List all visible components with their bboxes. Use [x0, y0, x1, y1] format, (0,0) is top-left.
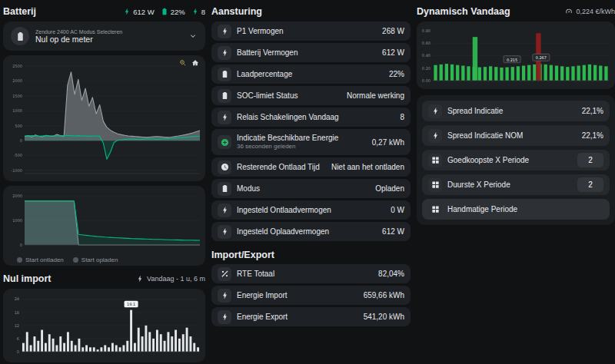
row-label: Energie Export [237, 313, 358, 321]
legend-label: Start ontladen [25, 256, 64, 263]
dynamisch-rows-card: Spread Indicatie22,1% Spread Indicatie N… [417, 95, 615, 225]
row-soc-limiet[interactable]: SOC-limiet StatusNormale werking [211, 86, 411, 105]
row-rte-totaal[interactable]: RTE Totaal82,04% [211, 264, 411, 283]
nul-import-header: Nul import Vandaag - 1 u, 6 m [3, 272, 205, 286]
row-energie-import[interactable]: Energie Import659,66 kWh [211, 286, 411, 305]
row-modus[interactable]: ModusOpladen [211, 179, 411, 198]
flash-icon [218, 111, 231, 124]
legend-start-opladen[interactable]: Start opladen [73, 256, 118, 263]
row-laadpercentage[interactable]: Laadpercentage22% [211, 65, 411, 84]
row-batterij-vermogen[interactable]: Batterij Vermogen612 W [211, 43, 411, 62]
svg-text:-1000: -1000 [11, 168, 22, 173]
aansturing-title: Aansturing [211, 6, 262, 17]
row-energie-export[interactable]: Energie Export541,20 kWh [211, 307, 411, 326]
stat-value: 22% [171, 8, 185, 16]
row-ingesteld-oplaad[interactable]: Ingesteld Oplaadvermogen612 W [211, 222, 411, 241]
battery-power-chart[interactable]: 25002000150010005000-500-1000 [5, 57, 204, 180]
row-label: Energie Import [237, 291, 358, 299]
row-spread-indicatie-nom[interactable]: Spread Indicatie NOM22,1% [422, 125, 610, 146]
row-value: 82,04% [378, 270, 404, 278]
legend-dot [73, 257, 78, 263]
flash-icon [136, 275, 144, 283]
price-chart[interactable]: 0.800.600.400.200.000.2150.267 [419, 24, 613, 87]
zoom-in-icon[interactable] [179, 59, 187, 67]
row-value: 659,66 kWh [364, 291, 404, 299]
row-label: Batterij Vermogen [237, 48, 377, 57]
legend-label: Start opladen [81, 256, 118, 263]
chevron-down-icon[interactable] [188, 31, 198, 41]
row-relais-schakelingen[interactable]: Relais Schakelingen Vandaag8 [211, 108, 411, 127]
row-goedkoopste-periode[interactable]: Goedkoopste X Periode [422, 150, 610, 170]
battery-icon [218, 182, 231, 196]
svg-text:500: 500 [15, 124, 22, 128]
row-label: Duurste X Periode [447, 180, 572, 189]
row-value: 22,1% [582, 131, 603, 140]
nul-import-subtitle-wrap: Vandaag - 1 u, 6 m [136, 275, 205, 283]
row-label: Handmatige Periode [447, 205, 603, 213]
svg-text:0.40: 0.40 [422, 53, 430, 58]
row-spread-indicatie[interactable]: Spread Indicatie22,1% [422, 101, 610, 121]
battery-power-chart-card: 25002000150010005000-500-1000 [3, 55, 205, 181]
row-label: Resterende Ontlaad Tijd [237, 163, 326, 171]
row-duurste-periode[interactable]: Duurste X Periode [422, 174, 610, 195]
relay-count-stat[interactable]: 8 [191, 8, 205, 16]
goedkoopste-periode-input[interactable] [577, 153, 603, 167]
row-value: Opladen [375, 184, 404, 193]
grid-icon [428, 154, 442, 167]
flash-icon [218, 25, 231, 38]
svg-text:0.267: 0.267 [536, 55, 547, 60]
chart-toolbar [179, 59, 199, 67]
svg-text:2000: 2000 [12, 194, 22, 198]
dynamic-price-column: Dynamisch Vandaag 0,224 €/kWh 0.800.600.… [417, 3, 615, 362]
battery-soc-stat[interactable]: 22% [161, 8, 185, 16]
svg-text:2000: 2000 [12, 78, 22, 83]
svg-text:1000: 1000 [12, 108, 22, 113]
battery-power-stat[interactable]: 612 W [123, 8, 154, 16]
setpoint-chart-card: 200010000 Start ontladen Start opladen [3, 186, 205, 266]
mode-select-text: Zendure 2400 AC Modus Selecteren Nul op … [35, 29, 182, 44]
svg-text:6: 6 [17, 336, 19, 341]
mode-select[interactable]: Zendure 2400 AC Modus Selecteren Nul op … [3, 22, 205, 51]
battery-icon [218, 89, 231, 103]
row-label: Ingesteld Oplaadvermogen [237, 227, 377, 236]
stat-value: 8 [201, 8, 205, 16]
row-value: 0,27 kWh [372, 138, 404, 147]
import-export-rows: RTE Totaal82,04% Energie Import659,66 kW… [211, 264, 411, 326]
row-value: 8 [400, 113, 404, 121]
row-value: Niet aan het ontladen [331, 163, 404, 171]
grid-icon [428, 178, 442, 192]
control-column: Aansturing P1 Vermogen268 W Batterij Ver… [211, 3, 411, 362]
duurste-periode-input[interactable] [577, 177, 603, 192]
battery-header: Batterij 612 W 22% 8 [3, 5, 205, 18]
flash-icon [218, 225, 231, 239]
dashboard: Batterij 612 W 22% 8 Zendure 2400 AC Mod… [0, 0, 615, 362]
svg-text:12: 12 [15, 323, 19, 328]
flash-icon [123, 8, 131, 15]
home-icon[interactable] [191, 59, 199, 67]
nul-import-chart[interactable]: 2418126019.1 [5, 290, 204, 361]
row-resterende-tijd[interactable]: Resterende Ontlaad TijdNiet aan het ontl… [211, 157, 411, 177]
legend-start-ontladen[interactable]: Start ontladen [17, 256, 64, 263]
svg-text:24: 24 [15, 296, 19, 301]
row-p1-vermogen[interactable]: P1 Vermogen268 W [211, 22, 411, 41]
svg-text:0.60: 0.60 [422, 41, 430, 45]
row-label: Ingesteld Ontlaadvermogen [237, 206, 385, 214]
battery-column: Batterij 612 W 22% 8 Zendure 2400 AC Mod… [3, 3, 205, 362]
setpoint-chart[interactable]: 200010000 [5, 187, 204, 249]
row-label: Relais Schakelingen Vandaag [237, 113, 394, 121]
nul-import-subtitle: Vandaag - 1 u, 6 m [147, 275, 205, 283]
row-beschikbare-energie[interactable]: Indicatie Beschikbare Energie 36 seconde… [211, 129, 411, 155]
svg-text:19.1: 19.1 [127, 302, 135, 306]
row-label: RTE Totaal [237, 270, 373, 278]
svg-text:0: 0 [20, 138, 22, 143]
nul-import-chart-card: 2418126019.1 [3, 289, 205, 362]
handmatige-periode-button[interactable]: Handmatige Periode [422, 199, 610, 220]
battery-icon [218, 68, 231, 81]
row-value: 0 W [391, 206, 404, 214]
row-value: 22% [389, 70, 404, 78]
flash-icon [428, 129, 442, 143]
flash-icon [218, 46, 231, 60]
plus-circle-icon [218, 135, 231, 149]
row-ingesteld-ontlaad[interactable]: Ingesteld Ontlaadvermogen0 W [211, 200, 411, 220]
row-value: 612 W [382, 227, 404, 236]
